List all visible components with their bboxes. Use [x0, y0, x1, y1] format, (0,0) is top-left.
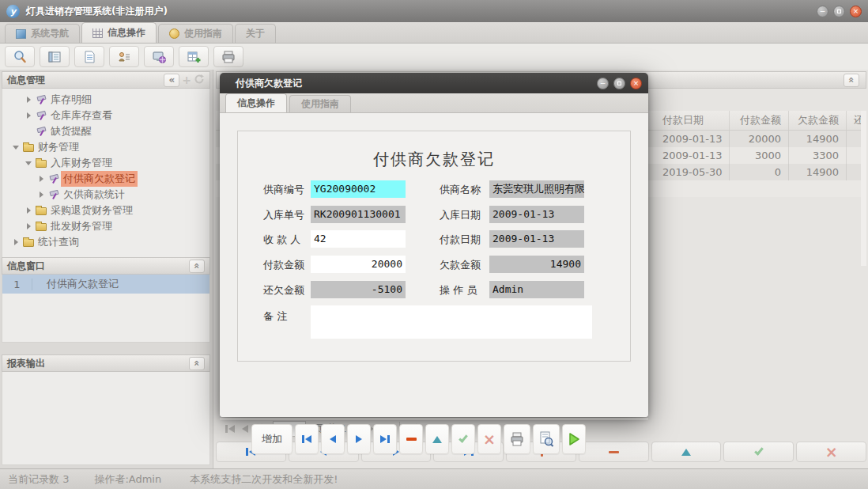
stockin-date-label: 入库日期 [440, 208, 481, 222]
dialog-maximize-button[interactable] [613, 78, 625, 89]
tree-item-warehouse-view[interactable]: 仓库库存查看 [2, 108, 209, 123]
tool-icon [48, 173, 60, 184]
window-list-item[interactable]: 1 付供商欠款登记 [2, 275, 209, 294]
table-add-icon[interactable] [179, 46, 209, 67]
print-button[interactable] [504, 424, 530, 454]
dialog-title: 付供商欠款登记 [236, 77, 302, 90]
triangle-up-icon [432, 436, 442, 443]
refresh-icon[interactable] [194, 74, 205, 87]
info-tree: 库存明细 仓库库存查看 缺货提醒 财务管理 入库财务管理 付供商欠款登记 欠供商… [2, 89, 210, 258]
tree-item-supplier-debt-stats[interactable]: 欠供商款统计 [2, 187, 209, 203]
stockin-no-label: 入库单号 [263, 208, 304, 222]
post-record-button[interactable] [451, 424, 475, 454]
remaining-input[interactable]: -5100 [311, 281, 406, 298]
operator-input[interactable]: Admin [489, 281, 584, 298]
collapse-left-icon[interactable]: « [164, 74, 179, 87]
cancel-record-button[interactable]: × [796, 442, 866, 462]
next-record-button[interactable] [347, 424, 371, 454]
triangle-up-icon [681, 449, 691, 456]
printer-icon [509, 431, 525, 447]
delete-record-button[interactable] [399, 424, 423, 454]
note-label: 备 注 [263, 309, 287, 324]
first-page-icon[interactable] [225, 425, 235, 433]
check-icon [459, 433, 468, 442]
coin-icon [169, 28, 179, 39]
tab-user-guide[interactable]: 使用指南 [158, 24, 233, 43]
column-owed-amount: 欠款金额 [789, 111, 847, 130]
edit-record-button[interactable] [425, 424, 449, 454]
operator-label: 操 作 员 [440, 283, 477, 298]
tool-icon [48, 189, 60, 200]
prev-record-button[interactable] [321, 424, 345, 454]
folder-icon [36, 223, 47, 231]
note-input[interactable] [311, 305, 592, 339]
scrollbar-strip[interactable] [861, 111, 866, 266]
dialog-minimize-button[interactable]: − [597, 78, 609, 89]
check-icon [754, 445, 764, 455]
stockin-date-input[interactable]: 2009-01-13 [489, 206, 584, 223]
pay-amount-input[interactable]: 20000 [311, 256, 406, 273]
tree-item-wholesale-finance[interactable]: 批发财务管理 [2, 218, 209, 234]
form-icon[interactable] [40, 46, 70, 67]
dialog-titlebar: 付供商欠款登记 − × [220, 73, 648, 93]
tab-info-operations[interactable]: 信息操作 [81, 22, 157, 43]
form-heading: 付供商欠款登记 [238, 149, 630, 170]
form-panel: 付供商欠款登记 供商编号 YG20090002 供商名称 东莞安琪儿照明有限 入… [237, 131, 631, 362]
dialog-tab-user-guide[interactable]: 使用指南 [289, 95, 351, 112]
user-list-icon[interactable] [109, 46, 139, 67]
tree-item-supplier-payment[interactable]: 付供商欠款登记 [2, 171, 209, 187]
collapse-up-icon[interactable]: « [189, 357, 205, 370]
column-pay-amount: 付款金额 [730, 111, 789, 130]
collapse-up-icon[interactable]: « [843, 74, 859, 87]
edit-record-button[interactable] [651, 442, 722, 462]
tab-about[interactable]: 关于 [235, 24, 276, 43]
pay-date-input[interactable]: 2009-01-13 [489, 230, 584, 248]
payee-input[interactable]: 42 [311, 230, 406, 248]
search-icon[interactable] [5, 46, 35, 67]
owed-amount-input[interactable]: 14900 [489, 256, 584, 273]
tree-item-finance[interactable]: 财务管理 [2, 139, 209, 155]
prev-page-icon[interactable] [242, 425, 248, 433]
icon-toolbar [0, 44, 868, 70]
run-button[interactable] [562, 424, 586, 454]
tree-item-shortage-alert[interactable]: 缺货提醒 [2, 123, 209, 139]
dialog-body: 付供商欠款登记 供商编号 YG20090002 供商名称 东莞安琪儿照明有限 入… [220, 113, 648, 417]
tree-item-stockin-finance[interactable]: 入库财务管理 [2, 155, 209, 171]
tree-item-inventory-detail[interactable]: 库存明细 [2, 92, 209, 108]
dialog-tab-bar: 信息操作 使用指南 [220, 93, 648, 113]
minus-icon [406, 438, 417, 441]
tab-system-nav[interactable]: 系统导航 [5, 24, 80, 43]
first-record-button[interactable] [295, 424, 319, 454]
maximize-button[interactable] [833, 6, 845, 17]
tool-icon [36, 94, 47, 105]
post-record-button[interactable] [723, 442, 794, 462]
report-panel-header: 报表输出 « [2, 354, 210, 372]
minimize-button[interactable]: − [817, 6, 828, 17]
sidebar: 信息管理 « + 库存明细 仓库库存查看 缺货提醒 财务管理 入库财务管理 付供… [0, 70, 213, 468]
supplier-name-input[interactable]: 东莞安琪儿照明有限 [489, 180, 584, 198]
monitor-globe-icon[interactable] [144, 46, 174, 67]
window-titlebar: y 灯具进销存管理系统(非注册用户) − × [0, 0, 868, 22]
tree-item-statistics-query[interactable]: 统计查询 [2, 234, 209, 250]
tree-item-purchase-return-finance[interactable]: 采购退货财务管理 [2, 203, 209, 218]
folder-icon [36, 160, 47, 168]
stockin-no-input[interactable]: RK200901130001 [311, 206, 406, 223]
application-window: y 灯具进销存管理系统(非注册用户) − × 系统导航 信息操作 使用指南 关于… [0, 0, 868, 489]
cancel-record-button[interactable]: × [477, 424, 501, 454]
printer-icon[interactable] [213, 46, 243, 67]
square-icon [16, 29, 26, 39]
collapse-up-icon[interactable]: « [189, 260, 205, 273]
dialog-close-button[interactable]: × [630, 78, 642, 89]
info-panel-header: 信息管理 « + [2, 71, 210, 89]
close-button[interactable]: × [850, 6, 862, 17]
delete-record-button[interactable] [579, 442, 649, 462]
remaining-label: 还欠金额 [263, 283, 304, 298]
supplier-no-input[interactable]: YG20090002 [311, 180, 406, 198]
add-icon[interactable]: + [182, 74, 191, 86]
dialog-toolbar: 增加 × [251, 424, 586, 454]
print-preview-button[interactable] [533, 424, 560, 454]
add-button[interactable]: 增加 [251, 424, 292, 454]
last-record-button[interactable] [373, 424, 397, 454]
dialog-tab-info-operations[interactable]: 信息操作 [225, 93, 287, 112]
document-icon[interactable] [74, 46, 104, 67]
